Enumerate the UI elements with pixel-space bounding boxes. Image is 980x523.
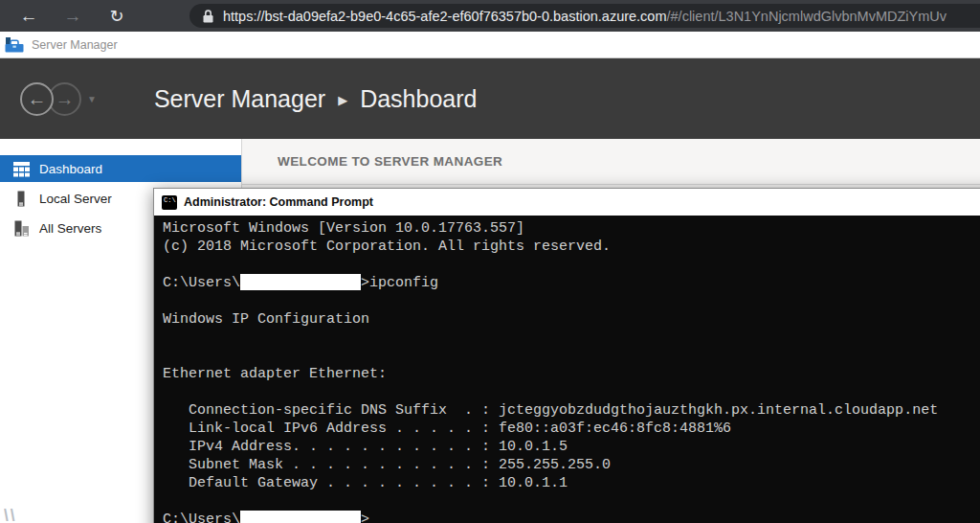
terminal-line: (c) 2018 Microsoft Corporation. All righ… [163, 238, 980, 256]
local-server-icon [12, 191, 31, 207]
server-manager-icon [5, 36, 24, 53]
background-artifact: \\ [4, 505, 16, 523]
terminal-line: Ethernet adapter Ethernet: [163, 365, 980, 383]
terminal-line [163, 292, 980, 310]
terminal-line: C:\Users\>_ [163, 511, 980, 523]
dashboard-grid-icon [12, 161, 31, 177]
history-back-button[interactable]: ← [20, 82, 54, 116]
breadcrumb-separator-icon: ▶ [338, 93, 347, 107]
all-servers-icon [12, 220, 31, 237]
address-bar[interactable]: https://bst-da09efa2-b9e0-4c65-afe2-ef60… [189, 4, 980, 28]
terminal-line: Windows IP Configuration [163, 310, 980, 329]
history-dropdown-caret-icon[interactable]: ▼ [87, 94, 97, 104]
welcome-heading: WELCOME TO SERVER MANAGER [278, 154, 502, 169]
terminal-line [163, 347, 980, 365]
remote-app-title: Server Manager [32, 38, 118, 52]
terminal-line: IPv4 Address. . . . . . . . . . . : 10.0… [163, 438, 980, 456]
url-domain: https://bst-da09efa2-b9e0-4c65-afe2-ef60… [223, 9, 667, 24]
command-prompt-titlebar[interactable]: C:\ Administrator: Command Prompt [154, 189, 980, 216]
browser-reload-button[interactable]: ↻ [103, 6, 130, 27]
terminal-line [163, 383, 980, 401]
sidebar-item-label: All Servers [39, 221, 101, 236]
url-text: https://bst-da09efa2-b9e0-4c65-afe2-ef60… [223, 9, 947, 24]
terminal-cursor: _ [369, 511, 378, 523]
terminal-line: Default Gateway . . . . . . . . . : 10.0… [163, 474, 980, 492]
cmd-icon: C:\ [162, 195, 177, 210]
browser-forward-button[interactable]: → [59, 6, 86, 27]
padlock-icon [203, 10, 213, 23]
command-prompt-title: Administrator: Command Prompt [184, 195, 373, 209]
terminal-line: Connection-specific DNS Suffix . : jcteg… [163, 401, 980, 420]
redacted-username [240, 511, 361, 523]
redacted-username [240, 274, 361, 290]
terminal-line: C:\Users\>ipconfig [163, 274, 980, 292]
sidebar-item-label: Dashboard [39, 162, 102, 176]
breadcrumb-dashboard[interactable]: Dashboard [360, 85, 477, 113]
breadcrumb: Server Manager ▶ Dashboard [154, 85, 478, 113]
server-manager-header: ← → ▼ Server Manager ▶ Dashboard [0, 58, 980, 139]
breadcrumb-server-manager[interactable]: Server Manager [154, 85, 325, 113]
remote-app-strip: Server Manager [0, 32, 980, 58]
command-prompt-window: C:\ Administrator: Command Prompt Micros… [153, 188, 980, 523]
url-path: /#/client/L3N1YnNjcmlwdGlvbnMvMDZiYmUv [667, 9, 947, 24]
sidebar-item-dashboard[interactable]: Dashboard [0, 155, 241, 182]
terminal-line: Link-local IPv6 Address . . . . . : fe80… [163, 420, 980, 438]
terminal-line: Microsoft Windows [Version 10.0.17763.55… [163, 219, 980, 238]
browser-back-button[interactable]: ← [15, 6, 42, 27]
terminal-line: Subnet Mask . . . . . . . . . . . : 255.… [163, 456, 980, 474]
terminal-line [163, 492, 980, 511]
welcome-band: WELCOME TO SERVER MANAGER [242, 139, 980, 185]
terminal-line [163, 256, 980, 274]
browser-toolbar: ← → ↻ https://bst-da09efa2-b9e0-4c65-afe… [0, 0, 980, 32]
sidebar-item-label: Local Server [39, 192, 112, 206]
terminal-output[interactable]: Microsoft Windows [Version 10.0.17763.55… [154, 216, 980, 523]
terminal-line [163, 329, 980, 347]
